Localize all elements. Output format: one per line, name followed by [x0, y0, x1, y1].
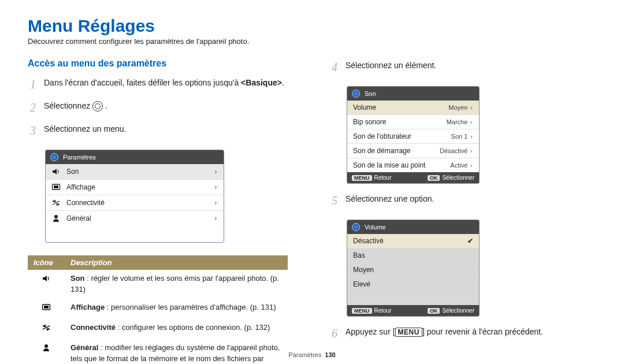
menu-item-general[interactable]: Général ›: [46, 211, 224, 226]
display-icon: [42, 303, 51, 312]
panel-header: Volume: [347, 220, 479, 234]
step-number: 2: [28, 99, 38, 116]
ok-button-label[interactable]: OK: [428, 308, 440, 314]
chevron-right-icon: ›: [469, 118, 473, 126]
sound-row-bip[interactable]: Bip sonore Marche ›: [347, 115, 479, 129]
speaker-icon: [42, 274, 51, 283]
menu-item-affichage[interactable]: Affichage ›: [46, 180, 224, 195]
left-column: Accès au menu des paramètres 1 Dans l'éc…: [28, 58, 295, 364]
table-row: Affichage : personnaliser les paramètres…: [28, 299, 288, 319]
step-5: 5 Sélectionnez une option.: [329, 192, 596, 209]
settings-mode-icon: [352, 90, 360, 98]
menu-button-label[interactable]: MENU: [352, 308, 372, 314]
menu-label: Connectivité: [66, 199, 105, 207]
row-text: : personnaliser les paramètres d'afficha…: [105, 303, 276, 311]
chevron-right-icon: ›: [214, 168, 218, 176]
step-number: 6: [329, 325, 340, 342]
panel-footer: MENURetour OKSélectionner: [347, 172, 479, 183]
sound-row-volume[interactable]: Volume Moyen ›: [347, 101, 479, 115]
section-heading: Accès au menu des paramètres: [28, 58, 295, 69]
settings-mode-icon: [50, 153, 58, 161]
step-2: 2 Sélectionnez .: [28, 99, 295, 116]
row-bold: Connectivité: [70, 323, 116, 332]
panel-footer: MENURetour OKSélectionner: [347, 305, 479, 316]
footer-section: Paramètres: [288, 351, 321, 358]
svg-point-2: [54, 215, 58, 218]
step-4-text: Sélectionnez un élément.: [346, 58, 436, 72]
panel-title: Paramètres: [63, 154, 96, 161]
footer-select: Sélectionner: [442, 307, 474, 314]
step-number: 5: [329, 192, 340, 209]
step-number: 3: [28, 122, 38, 139]
chevron-right-icon: ›: [469, 147, 473, 155]
panel-header: Paramètres: [46, 150, 224, 164]
row-value: Désactivé: [440, 147, 467, 154]
menu-item-connectivite[interactable]: Connectivité ›: [46, 195, 224, 211]
menu-item-son[interactable]: Son ›: [46, 164, 224, 180]
chevron-right-icon: ›: [214, 214, 218, 222]
icon-description-table: Icône Description Son : régler le volume…: [28, 255, 288, 364]
option-label: Elevé: [353, 280, 370, 288]
sound-row-focus[interactable]: Son de la mise au point Activé ›: [347, 158, 479, 172]
step-1: 1 Dans l'écran d'accueil, faites défiler…: [28, 76, 295, 93]
volume-option-desactive[interactable]: Désactivé ✔: [347, 234, 479, 248]
sound-row-startup[interactable]: Son de démarrage Désactivé ›: [347, 144, 479, 158]
step-number: 1: [28, 76, 38, 93]
step-4: 4 Sélectionnez un élément.: [329, 58, 596, 76]
step-1-bold: <Basique>: [241, 78, 282, 87]
row-text: : configurer les options de connexion. (…: [116, 323, 270, 332]
table-header-icon: Icône: [28, 255, 65, 270]
right-column: 4 Sélectionnez un élément. Son Volume Mo…: [329, 58, 596, 364]
menu-key-icon: MENU: [395, 328, 422, 337]
volume-option-eleve[interactable]: Elevé: [347, 277, 479, 291]
row-value: Marche: [447, 118, 468, 125]
footer-back: Retour: [374, 174, 392, 181]
table-header-desc: Description: [65, 255, 288, 270]
menu-label: Son: [66, 168, 79, 176]
settings-mode-icon: [352, 223, 360, 231]
row-text: : régler le volume et les sons émis par …: [70, 274, 279, 294]
display-icon: [51, 183, 61, 192]
row-label: Bip sonore: [353, 118, 386, 126]
step-3: 3 Sélectionnez un menu.: [28, 122, 295, 139]
step-2-post: .: [105, 101, 107, 110]
sound-row-shutter[interactable]: Son de l'obturateur Son 1 ›: [347, 129, 479, 144]
row-bold: Affichage: [70, 303, 105, 311]
speaker-icon: [51, 167, 61, 176]
panel-title: Volume: [365, 224, 386, 231]
table-row: Connectivité : configurer les options de…: [28, 319, 288, 339]
row-label: Volume: [353, 103, 376, 112]
option-label: Moyen: [353, 266, 374, 274]
gear-icon: [92, 101, 103, 112]
row-bold: Son: [70, 274, 85, 283]
step-6: 6 Appuyez sur [MENU] pour revenir à l'éc…: [329, 325, 596, 342]
chevron-right-icon: ›: [214, 199, 218, 207]
page-footer: Paramètres 130: [0, 351, 624, 358]
volume-option-moyen[interactable]: Moyen: [347, 263, 479, 277]
step-6-pre: Appuyez sur [: [346, 327, 395, 336]
panel-header: Son: [347, 87, 479, 101]
step-number: 4: [329, 58, 340, 76]
settings-panel: Paramètres Son ›: [45, 150, 224, 243]
step-6-post: ] pour revenir à l'écran précédent.: [422, 327, 543, 336]
page-subtitle: Découvrez comment configurer les paramèt…: [28, 37, 596, 46]
panel-title: Son: [365, 90, 376, 97]
chevron-right-icon: ›: [469, 104, 473, 112]
menu-label: Affichage: [66, 183, 95, 191]
step-2-pre: Sélectionnez: [44, 101, 92, 110]
person-icon: [51, 214, 61, 223]
menu-button-label[interactable]: MENU: [352, 175, 372, 181]
table-row: Son : régler le volume et les sons émis …: [28, 270, 288, 299]
row-value: Activé: [450, 162, 467, 169]
chevron-right-icon: ›: [214, 183, 218, 191]
step-1-pre: Dans l'écran d'accueil, faites défiler l…: [44, 78, 241, 87]
connectivity-icon: [42, 323, 51, 332]
row-bold: Général: [70, 343, 98, 352]
volume-panel: Volume Désactivé ✔ Bas Moyen: [347, 220, 480, 317]
chevron-right-icon: ›: [469, 133, 473, 140]
chevron-right-icon: ›: [469, 162, 473, 169]
volume-option-bas[interactable]: Bas: [347, 248, 479, 263]
option-label: Désactivé: [353, 237, 384, 245]
connectivity-icon: [51, 198, 61, 207]
ok-button-label[interactable]: OK: [428, 175, 440, 181]
